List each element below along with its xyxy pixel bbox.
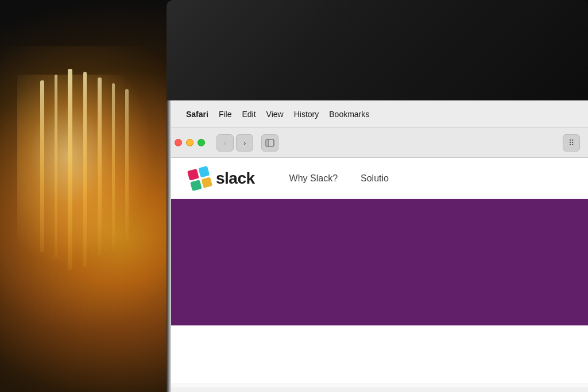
history-menu[interactable]: History <box>294 110 319 119</box>
safari-menu[interactable]: Safari <box>186 110 208 119</box>
laptop-edge <box>167 100 171 392</box>
nav-buttons: ‹ › <box>216 134 253 152</box>
laptop-bezel <box>167 0 588 100</box>
maximize-button[interactable] <box>198 139 205 146</box>
safari-toolbar: ‹ › ⠿ <box>167 128 588 158</box>
sidebar-toggle-button[interactable] <box>261 134 278 152</box>
slack-hero-section <box>167 199 588 325</box>
macos-menubar: Safari File Edit View History Bookmarks <box>167 100 588 128</box>
traffic-lights <box>175 139 205 146</box>
slack-navbar: slack Why Slack? Solutio <box>167 158 588 199</box>
svg-rect-0 <box>266 139 274 146</box>
forward-icon: › <box>243 138 246 148</box>
grid-button[interactable]: ⠿ <box>563 134 580 152</box>
grid-icon: ⠿ <box>568 138 574 148</box>
nav-why-slack[interactable]: Why Slack? <box>289 173 338 184</box>
slack-icon-green <box>190 179 202 191</box>
file-menu[interactable]: File <box>219 110 232 119</box>
back-icon: ‹ <box>224 138 227 148</box>
view-menu[interactable]: View <box>266 110 284 119</box>
edit-menu[interactable]: Edit <box>242 110 256 119</box>
screen: Safari File Edit View History Bookmarks … <box>167 100 588 392</box>
light-filaments <box>23 69 149 287</box>
minimize-button[interactable] <box>186 139 194 146</box>
nav-solutions[interactable]: Solutio <box>361 173 389 184</box>
slack-logo-icon <box>187 165 212 191</box>
slack-logo-text: slack <box>216 169 255 188</box>
bookmarks-menu[interactable]: Bookmarks <box>329 110 369 119</box>
forward-button[interactable]: › <box>236 134 253 152</box>
webpage-content: slack Why Slack? Solutio <box>167 158 588 387</box>
sidebar-icon <box>265 138 274 148</box>
slack-icon-yellow <box>201 176 212 188</box>
slack-logo: slack <box>189 168 255 189</box>
laptop-frame: Safari File Edit View History Bookmarks … <box>167 0 588 392</box>
back-button[interactable]: ‹ <box>216 134 234 152</box>
slack-icon-red <box>187 169 199 180</box>
slack-icon-blue <box>198 165 210 177</box>
close-button[interactable] <box>175 139 182 146</box>
slack-content-section <box>167 325 588 383</box>
